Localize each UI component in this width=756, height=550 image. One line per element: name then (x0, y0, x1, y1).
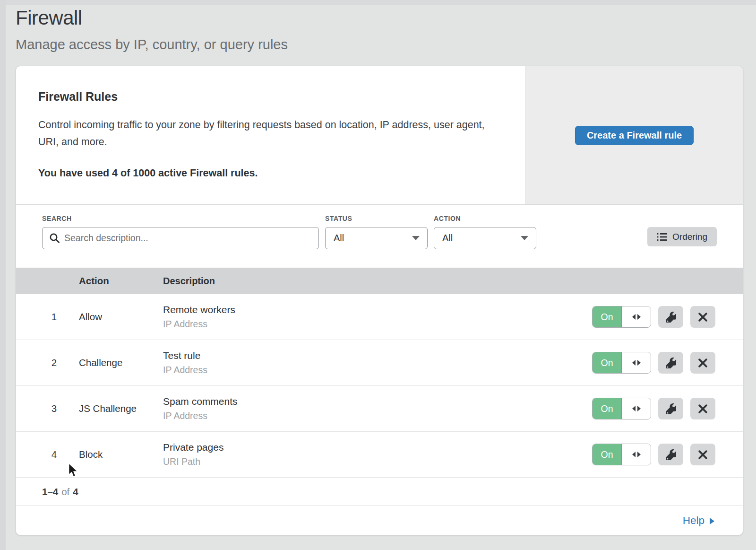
delete-rule-button[interactable] (690, 444, 715, 465)
edit-rule-button[interactable] (658, 398, 683, 419)
firewall-page: Firewall Manage access by IP, country, o… (0, 0, 756, 535)
rule-priority: 2 (16, 357, 79, 368)
rule-action: JS Challenge (79, 403, 163, 414)
page-subtitle: Manage access by IP, country, or query r… (16, 37, 743, 52)
action-filter: ACTION All (434, 215, 536, 268)
rule-description: Private pages (163, 442, 592, 453)
close-icon (698, 450, 708, 460)
page-title: Firewall (16, 7, 743, 29)
close-icon (698, 312, 708, 322)
search-input-wrapper (42, 227, 319, 249)
status-label: STATUS (325, 215, 428, 222)
pagination: 1–4 of 4 (16, 478, 743, 506)
wrench-icon (665, 358, 676, 368)
create-firewall-rule-button[interactable]: Create a Firewall rule (575, 126, 694, 145)
table-row: 2 Challenge Test rule IP Address On (16, 340, 743, 386)
filter-bar: SEARCH STATUS All ACTION (16, 205, 743, 268)
rule-controls: On (592, 306, 743, 328)
rule-description-cell: Spam comments IP Address (163, 396, 592, 421)
pagination-of-label: of (61, 486, 69, 498)
chevron-down-icon (412, 236, 420, 240)
usage-note: You have used 4 of 1000 active Firewall … (38, 167, 502, 179)
toggle-arrows-icon (622, 444, 651, 465)
status-selected-value: All (334, 233, 344, 244)
toggle-on-label: On (593, 398, 622, 419)
cta-panel: Create a Firewall rule (525, 66, 743, 204)
rule-action: Allow (79, 311, 163, 323)
close-icon (698, 358, 708, 368)
rule-match-type: IP Address (163, 319, 592, 330)
toggle-arrows-icon (622, 352, 651, 373)
firewall-rules-card: Firewall Rules Control incoming traffic … (16, 66, 743, 535)
ordering-button-label: Ordering (672, 232, 707, 242)
search-filter: SEARCH (42, 215, 319, 268)
rule-enabled-toggle[interactable]: On (592, 306, 651, 328)
card-footer: Help (16, 506, 743, 535)
rule-controls: On (592, 352, 743, 374)
help-link-label: Help (683, 515, 704, 527)
chevron-down-icon (521, 236, 528, 240)
toggle-on-label: On (593, 444, 622, 465)
rule-match-type: IP Address (163, 410, 592, 421)
table-row: 1 Allow Remote workers IP Address On (16, 294, 743, 340)
list-icon (657, 232, 667, 242)
rule-description: Remote workers (163, 304, 592, 315)
table-row: 4 Block Private pages URI Path On (16, 432, 743, 478)
rule-description: Test rule (163, 350, 592, 361)
toggle-on-label: On (593, 306, 622, 327)
edit-rule-button[interactable] (658, 352, 683, 374)
table-header: Action Description (16, 268, 743, 294)
rule-controls: On (592, 444, 743, 465)
pagination-range: 1–4 (42, 486, 58, 498)
wrench-icon (665, 312, 676, 323)
search-icon (49, 233, 60, 244)
info-text-block: Firewall Rules Control incoming traffic … (16, 66, 525, 204)
rule-description: Spam comments (163, 396, 592, 407)
rule-action: Challenge (79, 357, 163, 368)
help-link[interactable]: Help (683, 515, 714, 527)
delete-rule-button[interactable] (690, 398, 715, 419)
toggle-arrows-icon (622, 306, 651, 327)
rule-action: Block (79, 449, 163, 460)
rule-description-cell: Private pages URI Path (163, 442, 592, 467)
wrench-icon (665, 403, 676, 414)
rule-priority: 1 (16, 311, 79, 323)
rule-match-type: URI Path (163, 456, 592, 467)
rule-controls: On (592, 398, 743, 419)
info-description: Control incoming traffic to your zone by… (38, 116, 487, 150)
table-row: 3 JS Challenge Spam comments IP Address … (16, 386, 743, 432)
info-section: Firewall Rules Control incoming traffic … (16, 66, 743, 205)
edit-rule-button[interactable] (658, 306, 683, 328)
rule-description-cell: Test rule IP Address (163, 350, 592, 375)
edit-rule-button[interactable] (658, 444, 683, 465)
pagination-total: 4 (73, 486, 78, 498)
toggle-arrows-icon (622, 398, 651, 419)
wrench-icon (665, 449, 676, 460)
close-icon (698, 404, 708, 414)
rule-match-type: IP Address (163, 365, 592, 375)
info-heading: Firewall Rules (38, 90, 502, 104)
rule-priority: 4 (16, 449, 79, 460)
action-selected-value: All (442, 233, 453, 244)
status-filter: STATUS All (325, 215, 428, 268)
search-input[interactable] (42, 227, 319, 249)
rule-enabled-toggle[interactable]: On (592, 398, 651, 419)
toggle-on-label: On (593, 352, 622, 373)
ordering-button[interactable]: Ordering (647, 227, 717, 246)
rule-enabled-toggle[interactable]: On (592, 444, 651, 465)
help-arrow-icon (710, 518, 714, 524)
action-select[interactable]: All (434, 227, 536, 249)
action-column-header: Action (79, 275, 163, 287)
delete-rule-button[interactable] (690, 306, 715, 328)
action-label: ACTION (434, 215, 536, 222)
search-label: SEARCH (42, 215, 319, 222)
rule-enabled-toggle[interactable]: On (592, 352, 651, 374)
status-select[interactable]: All (325, 227, 428, 249)
rule-description-cell: Remote workers IP Address (163, 304, 592, 330)
rule-priority: 3 (16, 403, 79, 414)
description-column-header: Description (163, 276, 743, 287)
delete-rule-button[interactable] (690, 352, 715, 374)
